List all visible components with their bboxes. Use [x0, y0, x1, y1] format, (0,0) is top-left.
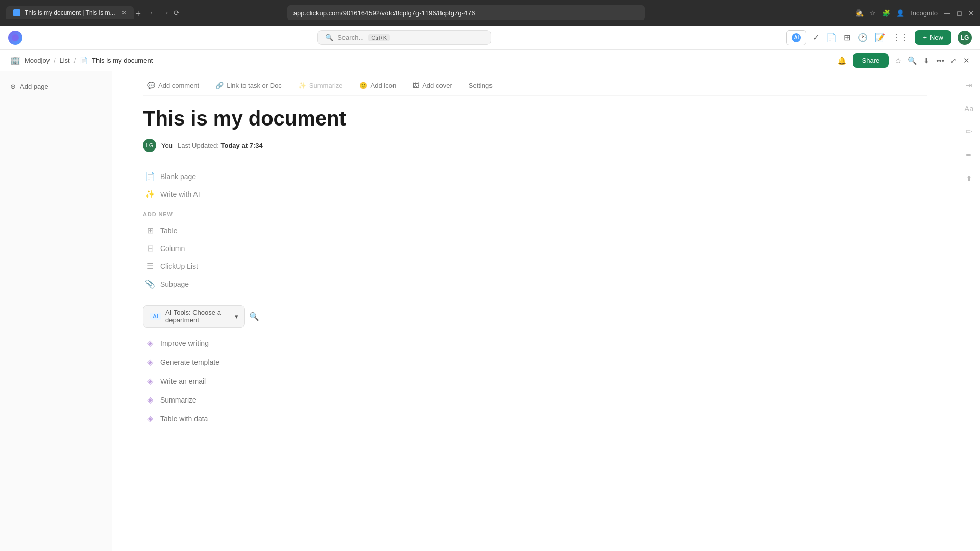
- search-ai-icon[interactable]: 🔍: [249, 312, 259, 321]
- add-icon-toolbar[interactable]: 🙂 Add icon: [355, 80, 401, 91]
- close-icon[interactable]: ✕: [968, 9, 974, 17]
- checkmark-icon[interactable]: ✓: [813, 33, 819, 42]
- write-email-icon: ◈: [145, 376, 155, 386]
- last-updated-label: Last Updated: Today at 7:34: [178, 142, 263, 149]
- breadcrumb-current-doc: This is my document: [92, 57, 153, 64]
- star-icon[interactable]: ☆: [895, 56, 901, 65]
- image-icon: 🖼: [412, 82, 419, 89]
- download-icon[interactable]: ⬇: [923, 56, 930, 65]
- expand-icon[interactable]: ⤢: [950, 56, 957, 65]
- maximize-icon[interactable]: ◻: [957, 9, 962, 17]
- search-icon: 🔍: [325, 34, 333, 41]
- doc-toolbar: 💬 Add comment 🔗 Link to task or Doc ✨ Su…: [143, 71, 927, 96]
- new-button[interactable]: + New: [915, 30, 951, 45]
- close-doc-icon[interactable]: ✕: [963, 56, 970, 65]
- plus-icon: +: [923, 34, 927, 41]
- share-button[interactable]: Share: [853, 53, 889, 68]
- left-sidebar: ⊕ Add page: [0, 71, 112, 551]
- breadcrumb-right: 🔔 Share ☆ 🔍 ⬇ ••• ⤢ ✕: [837, 53, 970, 68]
- ai-sparkle-icon: ✨: [145, 189, 155, 199]
- doc-title-breadcrumb: This is my document: [92, 57, 153, 64]
- breadcrumb-sep-2: /: [74, 57, 76, 64]
- subpage-option[interactable]: 📎 Subpage: [143, 275, 927, 293]
- add-cover-toolbar[interactable]: 🖼 Add cover: [408, 80, 456, 91]
- ai-indicator: AI: [792, 33, 801, 42]
- ai-tools-controls: AI AI Tools: Choose a department ▾ 🔍: [143, 305, 927, 328]
- add-comment-toolbar[interactable]: 💬 Add comment: [143, 80, 203, 91]
- table-with-data-option[interactable]: ◈ Table with data: [143, 409, 927, 428]
- blank-page-icon: 📄: [145, 171, 155, 181]
- note-icon[interactable]: 📝: [875, 33, 885, 42]
- svg-point-0: [12, 34, 19, 41]
- new-tab-button[interactable]: +: [136, 9, 141, 19]
- profile-icon[interactable]: 👤: [896, 9, 904, 17]
- main-layout: ⊕ Add page 💬 Add comment 🔗 Link to task …: [0, 71, 980, 551]
- blank-page-option[interactable]: 📄 Blank page: [143, 167, 927, 185]
- ai-button[interactable]: AI: [786, 30, 806, 45]
- add-icon-label: Add icon: [371, 82, 397, 89]
- back-button[interactable]: ←: [149, 8, 157, 17]
- column-label: Column: [160, 244, 185, 253]
- bookmark-icon[interactable]: ☆: [870, 9, 876, 17]
- search-doc-icon[interactable]: 🔍: [908, 56, 917, 65]
- subpage-label: Subpage: [160, 280, 189, 288]
- summarize-option[interactable]: ◈ Summarize: [143, 390, 927, 409]
- browser-right-controls: 🕵 ☆ 🧩 👤 Incognito — ◻ ✕: [855, 9, 974, 17]
- new-label: New: [930, 34, 943, 41]
- write-email-option[interactable]: ◈ Write an email: [143, 371, 927, 390]
- rs-share-icon[interactable]: ⬆: [963, 171, 975, 186]
- share-label: Share: [862, 57, 880, 64]
- browser-tab[interactable]: This is my document | This is m... ✕: [6, 6, 134, 19]
- rs-edit-icon[interactable]: ✒: [963, 147, 975, 163]
- bell-icon[interactable]: 🔔: [837, 56, 847, 65]
- rs-pen-icon[interactable]: ✏: [963, 124, 975, 139]
- link-icon: 🔗: [215, 82, 224, 89]
- refresh-button[interactable]: ⟳: [174, 9, 180, 17]
- write-with-ai-label: Write with AI: [160, 190, 200, 198]
- link-to-task-toolbar[interactable]: 🔗 Link to task or Doc: [211, 80, 286, 91]
- address-bar[interactable]: app.clickup.com/9016164592/v/dc/8cpfg7g-…: [287, 5, 645, 20]
- table-option[interactable]: ⊞ Table: [143, 221, 927, 239]
- forward-button[interactable]: →: [161, 8, 169, 17]
- user-avatar[interactable]: LG: [958, 31, 972, 45]
- chevron-down-icon: ▾: [235, 313, 238, 320]
- summarize-toolbar[interactable]: ✨ Summarize: [294, 80, 347, 91]
- rs-text-icon[interactable]: Aa: [961, 101, 976, 116]
- column-option[interactable]: ⊟ Column: [143, 239, 927, 257]
- last-updated-text: Last Updated:: [178, 142, 219, 149]
- table-label: Table: [160, 227, 177, 235]
- settings-toolbar[interactable]: Settings: [464, 80, 497, 91]
- settings-label: Settings: [469, 82, 493, 89]
- tab-title: This is my document | This is m...: [24, 9, 115, 16]
- ai-label: AI: [794, 35, 799, 40]
- breadcrumb-workspace[interactable]: Moodjoy: [24, 57, 50, 64]
- clickup-list-option[interactable]: ☰ ClickUp List: [143, 257, 927, 275]
- dashboard-icon[interactable]: ⊞: [844, 33, 850, 42]
- ai-tools-dropdown[interactable]: AI AI Tools: Choose a department ▾: [143, 305, 245, 328]
- breadcrumb-list[interactable]: List: [59, 57, 69, 64]
- browser-nav: ← → ⟳: [149, 8, 180, 17]
- grid-icon[interactable]: ⋮⋮: [892, 33, 909, 42]
- doc-area: 💬 Add comment 🔗 Link to task or Doc ✨ Su…: [112, 71, 958, 551]
- improve-writing-icon: ◈: [145, 338, 155, 348]
- search-bar[interactable]: 🔍 Search... Ctrl+K: [317, 30, 491, 45]
- extension-icon[interactable]: 🧩: [882, 9, 890, 17]
- write-with-ai-option[interactable]: ✨ Write with AI: [143, 185, 927, 203]
- right-sidebar: ⇥ Aa ✏ ✒ ⬆: [958, 71, 980, 551]
- add-page-button[interactable]: ⊕ Add page: [6, 80, 106, 93]
- improve-writing-option[interactable]: ◈ Improve writing: [143, 334, 927, 353]
- add-new-label: ADD NEW: [143, 211, 927, 217]
- doc-icon[interactable]: 📄: [826, 33, 837, 42]
- rs-collapse-icon[interactable]: ⇥: [963, 78, 975, 93]
- logo-icon: [11, 34, 19, 42]
- app-logo: [8, 31, 22, 45]
- author-name: You: [161, 142, 173, 149]
- more-icon[interactable]: •••: [936, 56, 944, 65]
- link-to-task-label: Link to task or Doc: [227, 82, 282, 89]
- ai-tools-section: AI AI Tools: Choose a department ▾ 🔍 ◈ I…: [143, 305, 927, 428]
- tab-close-icon[interactable]: ✕: [121, 9, 127, 16]
- generate-template-option[interactable]: ◈ Generate template: [143, 353, 927, 371]
- clock-icon[interactable]: 🕐: [857, 33, 868, 42]
- generate-template-label: Generate template: [160, 358, 219, 366]
- minimize-icon[interactable]: —: [944, 9, 950, 17]
